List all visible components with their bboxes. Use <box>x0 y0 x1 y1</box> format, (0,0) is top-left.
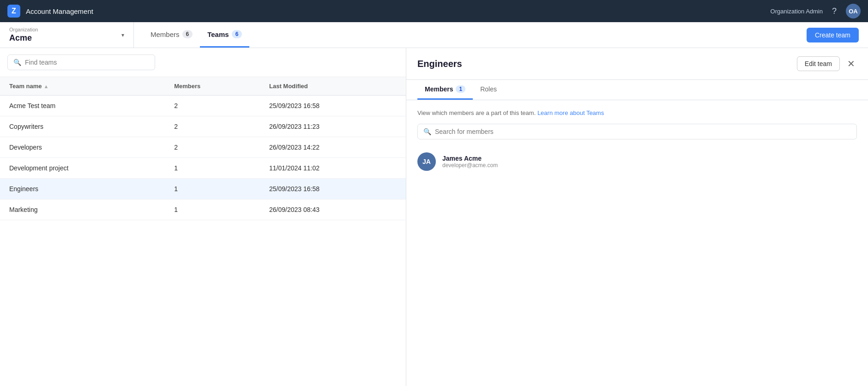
member-email: developer@acme.com <box>442 162 498 169</box>
col-last-modified: Last Modified <box>260 77 406 96</box>
detail-body: View which members are a part of this te… <box>406 100 868 386</box>
row-members: 2 <box>165 137 260 158</box>
row-team-name: Marketing <box>0 199 165 220</box>
sort-icon: ▲ <box>44 84 49 89</box>
detail-tab-members[interactable]: Members 1 <box>417 80 473 100</box>
detail-tab-roles-label: Roles <box>480 85 497 93</box>
member-search-icon: 🔍 <box>423 128 431 135</box>
top-header: Z Account Management Organization Admin … <box>0 0 868 22</box>
main-content: 🔍 Team name ▲ Members Last Modified <box>0 48 868 386</box>
close-button[interactable]: ✕ <box>845 56 857 71</box>
table-row[interactable]: Developers 2 26/09/2023 14:22 <box>0 137 406 158</box>
search-bar-wrap: 🔍 <box>0 48 406 77</box>
row-team-name: Acme Test team <box>0 96 165 116</box>
detail-tab-members-label: Members <box>425 85 453 93</box>
row-members: 1 <box>165 158 260 179</box>
table-row[interactable]: Development project 1 11/01/2024 11:02 <box>0 158 406 179</box>
help-icon: ? <box>832 6 837 16</box>
member-search-input[interactable] <box>435 128 851 135</box>
member-info: James Acme developer@acme.com <box>442 155 498 169</box>
member-item: JA James Acme developer@acme.com <box>417 149 857 175</box>
close-icon: ✕ <box>847 59 855 69</box>
detail-panel: Engineers Edit team ✕ Members 1 Roles Vi… <box>406 48 868 386</box>
chevron-down-icon: ▾ <box>121 32 124 38</box>
member-avatar: JA <box>417 152 436 171</box>
members-list: JA James Acme developer@acme.com <box>417 149 857 175</box>
row-team-name: Copywriters <box>0 116 165 137</box>
app-logo: Z <box>7 5 20 18</box>
row-members: 1 <box>165 199 260 220</box>
org-label: Organization <box>9 27 38 33</box>
search-bar: 🔍 <box>7 54 155 70</box>
table-header-row: Team name ▲ Members Last Modified <box>0 77 406 96</box>
row-last-modified: 25/09/2023 16:58 <box>260 179 406 199</box>
row-team-name: Engineers <box>0 179 165 199</box>
learn-more-link[interactable]: Learn more about Teams <box>537 109 604 116</box>
sub-header: Organization Acme ▾ Members 6 Teams 6 Cr… <box>0 22 868 48</box>
row-last-modified: 26/09/2023 11:23 <box>260 116 406 137</box>
help-button[interactable]: ? <box>830 5 838 18</box>
tab-members-badge: 6 <box>182 30 193 38</box>
org-name: Acme <box>9 33 38 43</box>
detail-tab-roles[interactable]: Roles <box>473 80 504 100</box>
detail-header: Engineers Edit team ✕ <box>406 48 868 80</box>
table-row[interactable]: Acme Test team 2 25/09/2023 16:58 <box>0 96 406 116</box>
detail-tabs: Members 1 Roles <box>406 80 868 100</box>
tab-members-label: Members <box>151 30 180 38</box>
col-team-name[interactable]: Team name ▲ <box>0 77 165 95</box>
org-selector[interactable]: Organization Acme ▾ <box>0 22 134 48</box>
edit-team-button[interactable]: Edit team <box>797 56 840 71</box>
col-members: Members <box>165 77 260 96</box>
table-row[interactable]: Marketing 1 26/09/2023 08:43 <box>0 199 406 220</box>
avatar[interactable]: OA <box>846 4 861 18</box>
org-selector-text: Organization Acme <box>9 27 38 42</box>
tab-teams[interactable]: Teams 6 <box>200 22 249 48</box>
org-admin-badge: Organization Admin <box>771 8 823 15</box>
table-row[interactable]: Copywriters 2 26/09/2023 11:23 <box>0 116 406 137</box>
row-team-name: Developers <box>0 137 165 158</box>
tab-teams-badge: 6 <box>232 30 242 38</box>
detail-tab-members-badge: 1 <box>456 85 465 93</box>
row-team-name: Development project <box>0 158 165 179</box>
top-header-right: Organization Admin ? OA <box>771 4 861 18</box>
top-header-left: Z Account Management <box>7 5 93 18</box>
row-members: 2 <box>165 116 260 137</box>
row-last-modified: 26/09/2023 14:22 <box>260 137 406 158</box>
tab-teams-label: Teams <box>207 30 229 38</box>
create-team-button[interactable]: Create team <box>807 28 859 42</box>
search-input[interactable] <box>25 59 149 66</box>
tab-members[interactable]: Members 6 <box>143 22 200 48</box>
app-title: Account Management <box>26 7 93 15</box>
row-members: 1 <box>165 179 260 199</box>
detail-header-actions: Edit team ✕ <box>797 56 857 71</box>
teams-panel: 🔍 Team name ▲ Members Last Modified <box>0 48 406 386</box>
row-last-modified: 11/01/2024 11:02 <box>260 158 406 179</box>
member-search-bar: 🔍 <box>417 124 857 139</box>
teams-table: Team name ▲ Members Last Modified Acme T… <box>0 77 406 386</box>
member-name: James Acme <box>442 155 498 162</box>
detail-description: View which members are a part of this te… <box>417 109 857 116</box>
row-last-modified: 26/09/2023 08:43 <box>260 199 406 220</box>
table-row[interactable]: Engineers 1 25/09/2023 16:58 <box>0 179 406 199</box>
main-tabs: Members 6 Teams 6 <box>134 22 807 48</box>
row-members: 2 <box>165 96 260 116</box>
detail-team-name: Engineers <box>417 59 462 69</box>
search-icon: 🔍 <box>13 59 21 66</box>
row-last-modified: 25/09/2023 16:58 <box>260 96 406 116</box>
